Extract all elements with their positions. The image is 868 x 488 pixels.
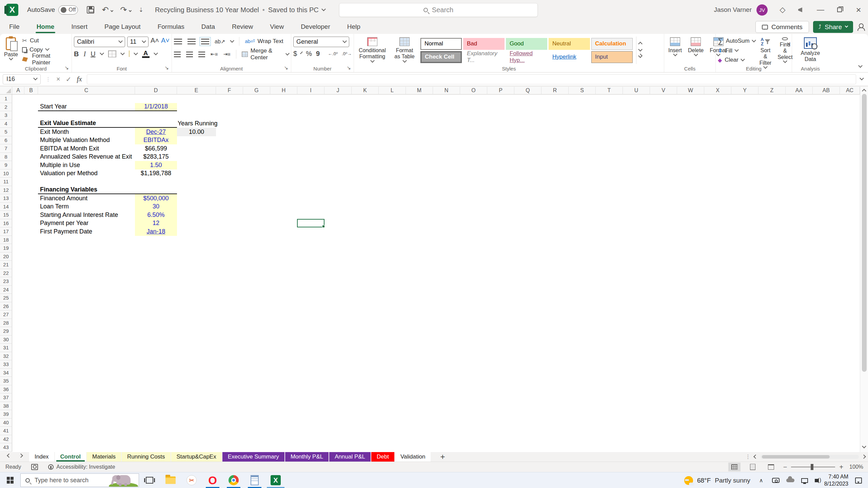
row-header-38[interactable]: 38	[0, 402, 12, 410]
gallery-up-icon[interactable]	[638, 42, 643, 46]
share-button[interactable]: ⤴ Share	[813, 21, 853, 33]
file-explorer-button[interactable]	[160, 472, 181, 488]
row-header-9[interactable]: 9	[0, 161, 12, 169]
sheet-tab-monthly-p-l[interactable]: Monthly P&L	[285, 452, 329, 462]
gallery-more-icon[interactable]	[638, 54, 643, 58]
cell-D10[interactable]: $1,198,788	[135, 169, 177, 178]
zoom-in-icon[interactable]: +	[839, 463, 843, 471]
page-layout-view-button[interactable]	[747, 463, 759, 471]
row-header-7[interactable]: 7	[0, 144, 12, 153]
row-header-30[interactable]: 30	[0, 336, 12, 344]
zoom-slider[interactable]: − +	[783, 463, 843, 471]
opera-button[interactable]: O	[202, 472, 223, 488]
column-header-R[interactable]: R	[541, 87, 569, 95]
tab-options-icon[interactable]: ⋮	[745, 453, 751, 460]
insert-function-icon[interactable]: fx	[77, 75, 82, 83]
redo-icon[interactable]: ↷	[120, 6, 131, 14]
worksheet-grid[interactable]: ABCDEFGHIJKLMNOPQRSTUVWXYZAAABAC12345678…	[0, 87, 860, 452]
font-name-select[interactable]: Calibri	[74, 37, 125, 47]
clock[interactable]: 7:40 AM 8/12/2023	[824, 473, 848, 488]
cell-D4[interactable]	[135, 120, 177, 128]
column-header-F[interactable]: F	[216, 87, 243, 95]
taskbar-search-box[interactable]: Type here to search	[20, 473, 139, 487]
start-button[interactable]	[0, 472, 20, 488]
cell-C15[interactable]: Starting Annual Interest Rate	[38, 211, 135, 219]
column-header-Y[interactable]: Y	[731, 87, 758, 95]
format-painter-button[interactable]: Format Painter	[22, 55, 70, 64]
row-header-13[interactable]: 13	[0, 194, 12, 203]
row-header-1[interactable]: 1	[0, 95, 12, 103]
fill-color-button[interactable]	[129, 51, 130, 57]
column-header-C[interactable]: C	[38, 87, 135, 95]
paste-button[interactable]: Paste	[2, 37, 20, 64]
row-header-19[interactable]: 19	[0, 244, 12, 252]
row-header-15[interactable]: 15	[0, 211, 12, 219]
row-header-41[interactable]: 41	[0, 427, 12, 435]
row-header-3[interactable]: 3	[0, 111, 12, 120]
align-center-icon[interactable]	[186, 52, 193, 57]
row-header-22[interactable]: 22	[0, 269, 12, 278]
premium-diamond-icon[interactable]: ◇	[773, 0, 792, 20]
cell-style-calculation[interactable]: Calculation	[591, 38, 633, 50]
ribbon-tab-formulas[interactable]: Formulas	[149, 20, 193, 34]
column-header-S[interactable]: S	[569, 87, 596, 95]
avatar[interactable]: JV	[756, 4, 768, 16]
row-header-18[interactable]: 18	[0, 236, 12, 244]
vertical-scroll-thumb[interactable]	[862, 94, 867, 372]
cell-C10[interactable]: Valuation per Method	[38, 169, 135, 178]
hscroll-right-icon[interactable]	[862, 454, 866, 459]
row-header-16[interactable]: 16	[0, 219, 12, 228]
number-format-select[interactable]: General	[293, 37, 349, 47]
people-icon[interactable]	[857, 23, 865, 31]
fill-button[interactable]: ⬇Fill	[718, 47, 755, 55]
column-header-T[interactable]: T	[596, 87, 623, 95]
cell-C14[interactable]: Loan Term	[38, 203, 135, 211]
cell-C6[interactable]: Multiple Valuation Method	[38, 136, 135, 145]
row-header-39[interactable]: 39	[0, 410, 12, 419]
wrap-text-button[interactable]: ab⏎Wrap Text	[245, 37, 283, 46]
underline-chevron-icon[interactable]	[100, 51, 104, 55]
column-header-H[interactable]: H	[270, 87, 297, 95]
chrome-button[interactable]	[223, 472, 244, 488]
cell-style-good[interactable]: Good	[506, 38, 547, 50]
sheet-tab-materials[interactable]: Materials	[87, 452, 121, 462]
onedrive-icon[interactable]	[786, 479, 794, 482]
cell-C7[interactable]: EBITDA at Month Exit	[38, 144, 135, 153]
search-highlight-elephant-image[interactable]	[109, 472, 138, 487]
cell-D7[interactable]: $66,599	[135, 144, 177, 153]
row-header-12[interactable]: 12	[0, 186, 12, 195]
row-header-20[interactable]: 20	[0, 252, 12, 261]
hscroll-left-icon[interactable]	[753, 454, 758, 459]
comma-style-icon[interactable]: 9	[316, 50, 320, 58]
font-color-chevron-icon[interactable]	[154, 51, 158, 55]
horizontal-scroll-thumb[interactable]	[762, 455, 830, 459]
grow-font-icon[interactable]: A˄	[151, 37, 159, 47]
cell-D15[interactable]: 6.50%	[135, 211, 177, 219]
conditional-formatting-button[interactable]: Conditional Formatting	[356, 37, 389, 64]
sheet-tab-startup-capex[interactable]: Startup&CapEx	[171, 452, 222, 462]
cell-C9[interactable]: Multiple in Use	[38, 161, 135, 169]
cell-C2[interactable]: Start Year	[38, 103, 135, 111]
cell-D13[interactable]: $500,000	[135, 194, 177, 203]
page-break-view-button[interactable]	[765, 463, 777, 471]
delete-cells-button[interactable]: Delete	[686, 37, 706, 64]
ribbon-tab-review[interactable]: Review	[223, 20, 261, 34]
column-header-W[interactable]: W	[677, 87, 704, 95]
column-header-M[interactable]: M	[406, 87, 433, 95]
decrease-decimal-icon[interactable]: .0⁰→	[342, 51, 352, 56]
save-icon[interactable]	[87, 6, 94, 14]
column-header-I[interactable]: I	[297, 87, 324, 95]
row-header-11[interactable]: 11	[0, 178, 12, 186]
cell-style-hyperlink[interactable]: Hyperlink	[549, 51, 590, 63]
clear-button[interactable]: ◆Clear	[718, 56, 755, 64]
row-header-34[interactable]: 34	[0, 369, 12, 377]
sort-filter-button[interactable]: AZ Sort & Filter	[757, 37, 774, 64]
accessibility-status[interactable]: Accessibility: Investigate	[48, 464, 115, 470]
cell-C12[interactable]: Financing Variables	[38, 186, 135, 195]
align-bottom-icon[interactable]	[201, 39, 209, 44]
sheet-tab-index[interactable]: Index	[29, 452, 54, 462]
ribbon-tab-help[interactable]: Help	[339, 20, 369, 34]
column-header-D[interactable]: D	[135, 87, 177, 95]
accounting-chevron-icon[interactable]	[300, 52, 303, 54]
cell-C4[interactable]: Exit Value Estimate	[38, 120, 135, 128]
